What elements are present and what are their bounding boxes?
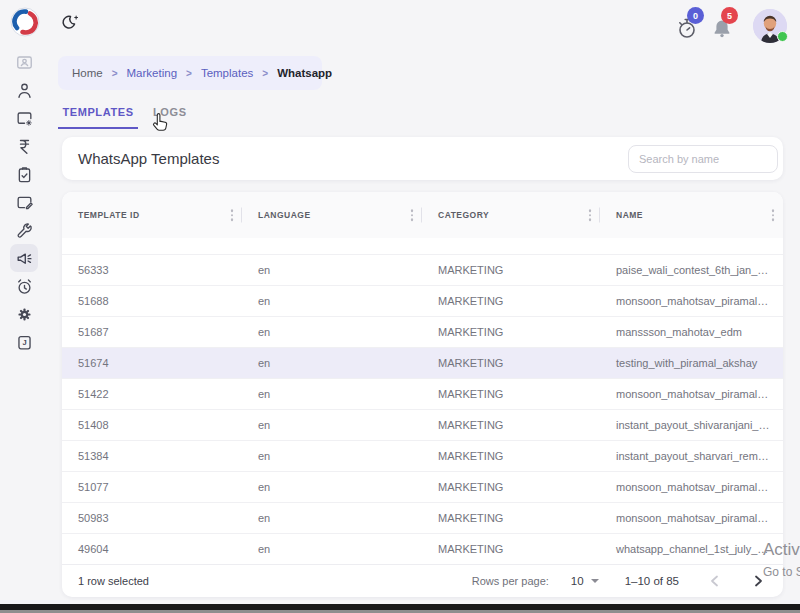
cell-name: monsoon_mahotsav_piramal_hl_lap... [600,481,783,493]
sidebar: J [0,46,48,613]
breadcrumb-item-home[interactable]: Home [72,67,103,79]
cell-language: en [242,419,422,431]
table-header-row: TEMPLATE ID LANGUAGE CATEGORY NAME [62,192,783,238]
cell-template-id: 51384 [62,450,242,462]
cell-name: monsoon_mahotsav_piramal_hl_lap... [600,295,783,307]
column-menu-icon[interactable] [409,207,416,223]
online-status-dot [777,31,788,42]
cell-name: monsoon_mahotsav_piramal_hl_lap... [600,388,783,400]
cell-name: manssson_mahotav_edm [600,326,783,338]
chevron-down-icon [591,579,599,583]
cell-language: en [242,295,422,307]
notifications-button[interactable]: 5 [709,15,735,41]
breadcrumb-item-whatsapp: Whatsapp [277,67,332,79]
svg-text:J: J [22,338,26,347]
cell-template-id: 51688 [62,295,242,307]
column-menu-icon[interactable] [587,207,594,223]
column-menu-icon[interactable] [770,207,777,223]
table-row[interactable]: 51384enMARKETINGinstant_payout_sharvari_… [62,440,783,471]
previous-page-button[interactable] [705,572,723,590]
cell-name: monsoon_mahotsav_piramal_hl_lap... [600,512,783,524]
cell-template-id: 49604 [62,543,242,555]
cell-language: en [242,543,422,555]
sidebar-item-rupee[interactable] [10,132,38,160]
cell-language: en [242,357,422,369]
cell-language: en [242,481,422,493]
sidebar-item-journal[interactable]: J [10,328,38,356]
cell-category: MARKETING [422,512,600,524]
rows-per-page-select[interactable]: 10 [571,575,599,587]
timer-button[interactable]: 0 [675,15,701,41]
cell-template-id: 51674 [62,357,242,369]
sidebar-item-alarm[interactable] [10,272,38,300]
cell-language: en [242,388,422,400]
cell-category: MARKETING [422,388,600,400]
table-row[interactable]: 50983enMARKETINGmonsoon_mahotsav_piramal… [62,502,783,533]
cell-category: MARKETING [422,264,600,276]
cell-template-id: 51687 [62,326,242,338]
table-row[interactable]: 51077enMARKETINGmonsoon_mahotsav_piramal… [62,471,783,502]
table-row[interactable]: 56333enMARKETINGpaise_wali_contest_6th_j… [62,254,783,285]
table-row[interactable]: 51408enMARKETINGinstant_payout_shivaranj… [62,409,783,440]
rows-per-page-label: Rows per page: [472,575,549,587]
cell-template-id: 51408 [62,419,242,431]
breadcrumb-item-marketing[interactable]: Marketing [127,67,178,79]
user-avatar[interactable] [753,9,787,43]
table-row[interactable]: 51674enMARKETINGtesting_with_piramal_aks… [62,347,783,378]
templates-table: TEMPLATE ID LANGUAGE CATEGORY NAME 56333… [62,192,783,597]
sidebar-item-user[interactable] [10,76,38,104]
cell-name: whatsapp_channel_1st_july_2024 [600,543,783,555]
page-title: WhatsApp Templates [78,150,219,167]
cell-template-id: 51422 [62,388,242,400]
tab-logs[interactable]: LOGS [147,101,193,129]
sidebar-item-marketing[interactable] [10,244,38,272]
dark-mode-toggle[interactable] [61,12,83,34]
next-page-button[interactable] [749,572,767,590]
breadcrumb-separator: > [112,68,118,79]
column-header-category: CATEGORY [422,192,600,238]
cell-category: MARKETING [422,419,600,431]
cell-template-id: 56333 [62,264,242,276]
cell-category: MARKETING [422,295,600,307]
breadcrumb-separator: > [262,68,268,79]
cell-language: en [242,264,422,276]
sidebar-item-note-edit[interactable] [10,188,38,216]
pagination-range: 1–10 of 85 [625,575,679,587]
cell-category: MARKETING [422,326,600,338]
tab-bar: TEMPLATES LOGS [58,101,193,129]
cell-name: instant_payout_shivaranjani_23rd_a... [600,419,783,431]
tab-templates[interactable]: TEMPLATES [58,101,138,129]
brand-logo-icon [10,7,40,37]
sidebar-item-id-card[interactable] [10,48,38,76]
cell-category: MARKETING [422,357,600,369]
cell-language: en [242,326,422,338]
sidebar-item-window-settings[interactable] [10,104,38,132]
cell-name: paise_wali_contest_6th_jan_2025 [600,264,783,276]
table-row[interactable]: 51688enMARKETINGmonsoon_mahotsav_piramal… [62,285,783,316]
cell-name: testing_with_piramal_akshay [600,357,783,369]
timer-count-badge: 0 [687,7,704,24]
cell-name: instant_payout_sharvari_remje_21st... [600,450,783,462]
search-input[interactable] [628,145,778,173]
app-window: 0 5 [0,0,800,613]
sidebar-item-clipboard-check[interactable] [10,160,38,188]
table-row[interactable]: 49604enMARKETINGwhatsapp_channel_1st_jul… [62,533,783,564]
sidebar-item-settings[interactable] [10,300,38,328]
sidebar-item-wrench[interactable] [10,216,38,244]
column-header-language: LANGUAGE [242,192,422,238]
table-row[interactable]: 51422enMARKETINGmonsoon_mahotsav_piramal… [62,378,783,409]
table-footer: 1 row selected Rows per page: 10 1–10 of… [62,564,783,597]
cell-category: MARKETING [422,543,600,555]
cell-language: en [242,450,422,462]
cell-template-id: 50983 [62,512,242,524]
page-header-card: WhatsApp Templates [62,137,783,180]
column-menu-icon[interactable] [229,207,236,223]
table-body: 56333enMARKETINGpaise_wali_contest_6th_j… [62,254,783,564]
column-header-template-id: TEMPLATE ID [62,192,242,238]
selection-status: 1 row selected [78,575,149,587]
column-header-name: NAME [600,192,783,238]
cell-category: MARKETING [422,450,600,462]
breadcrumb-item-templates[interactable]: Templates [201,67,253,79]
cell-template-id: 51077 [62,481,242,493]
table-row[interactable]: 51687enMARKETINGmanssson_mahotav_edm [62,316,783,347]
